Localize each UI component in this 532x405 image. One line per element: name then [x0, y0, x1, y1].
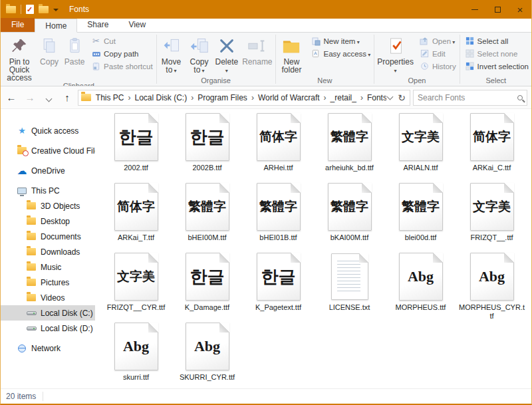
sidebar-item-local-disk-d[interactable]: Local Disk (D:): [1, 321, 95, 336]
file-item[interactable]: 简体字ARKai_C.ttf: [456, 113, 527, 175]
new-folder-qat-icon[interactable]: [39, 6, 49, 13]
move-to-button[interactable]: Move to: [158, 34, 186, 75]
file-name: bHEI01B.ttf: [259, 233, 297, 242]
tab-share[interactable]: Share: [77, 18, 118, 32]
properties-button[interactable]: Properties: [375, 34, 416, 75]
back-button[interactable]: ←: [3, 90, 19, 106]
copy-button[interactable]: Copy: [37, 34, 62, 66]
breadcrumb-item[interactable]: Local Disk (C:): [132, 92, 191, 104]
invert-selection-button[interactable]: Invert selection: [464, 61, 530, 71]
font-file-icon: 한글: [186, 253, 229, 301]
sidebar-item-onedrive[interactable]: ☁OneDrive: [1, 163, 95, 178]
sidebar-item-pictures[interactable]: Pictures: [1, 275, 95, 290]
file-item[interactable]: AbgSKURRI_CYR.ttf: [172, 323, 243, 384]
sidebar-item-videos[interactable]: Videos: [1, 290, 95, 305]
rename-button[interactable]: Rename: [240, 34, 274, 66]
paste-button[interactable]: Paste: [62, 34, 87, 66]
close-button[interactable]: ×: [509, 0, 531, 19]
new-item-button[interactable]: New item: [309, 36, 372, 46]
divider: [156, 35, 157, 84]
folder-icon: [27, 217, 36, 225]
explorer-app-icon[interactable]: [6, 6, 16, 13]
search-icon[interactable]: [517, 95, 523, 100]
pin-to-quick-access-button[interactable]: Pin to Quick access: [2, 34, 37, 82]
font-preview-glyphs: 简体字: [473, 128, 511, 146]
properties-qat-icon[interactable]: [26, 5, 34, 14]
file-item[interactable]: 繁體字bHEI00M.ttf: [172, 183, 243, 245]
breadcrumb-item[interactable]: Program Files: [194, 92, 251, 104]
sidebar-item-desktop[interactable]: Desktop: [1, 213, 95, 229]
font-file-icon: 繁體字: [328, 183, 372, 231]
font-file-icon: 繁體字: [399, 183, 443, 231]
sidebar-item-quick-access[interactable]: ★Quick access: [1, 123, 95, 138]
sidebar-item-this-pc[interactable]: This PC: [1, 183, 95, 198]
file-item[interactable]: Abgskurri.ttf: [100, 323, 172, 384]
address-bar[interactable]: This PC›Local Disk (C:)›Program Files›Wo…: [78, 90, 410, 106]
file-item[interactable]: 文字美ARIALN.ttf: [385, 113, 456, 175]
copy-path-button[interactable]: Copy path: [90, 49, 154, 59]
sidebar-item-local-disk-c[interactable]: Local Disk (C:): [1, 305, 95, 321]
breadcrumb-item[interactable]: World of Warcraft: [255, 92, 323, 104]
file-name: blei00d.ttf: [405, 233, 437, 242]
file-item[interactable]: 한글K_Damage.ttf: [172, 253, 243, 315]
file-item[interactable]: 한글2002.ttf: [100, 113, 172, 175]
sidebar-item-network[interactable]: Network: [1, 340, 95, 356]
navigation-bar: ← → ↑ This PC›Local Disk (C:)›Program Fi…: [1, 86, 531, 109]
up-button[interactable]: ↑: [59, 90, 75, 106]
paste-shortcut-button[interactable]: Paste shortcut: [90, 61, 154, 71]
select-all-button[interactable]: Select all: [464, 36, 530, 46]
new-folder-button[interactable]: New folder: [276, 34, 307, 74]
refresh-icon[interactable]: ↻: [398, 92, 406, 103]
edit-button[interactable]: Edit: [418, 49, 458, 59]
file-item[interactable]: 简体字ARHei.ttf: [243, 113, 314, 175]
sidebar-item-creative-cloud-files[interactable]: Creative Cloud Files: [1, 143, 95, 158]
sidebar-item-label: Local Disk (C:): [41, 309, 93, 318]
file-item[interactable]: 文字美FRIZQT__CYR.ttf: [100, 253, 172, 315]
easy-access-button[interactable]: Easy access: [309, 49, 372, 59]
forward-button[interactable]: →: [22, 90, 38, 106]
breadcrumb: This PC›Local Disk (C:)›Program Files›Wo…: [92, 92, 386, 104]
file-item[interactable]: 繁體字blei00d.ttf: [385, 183, 456, 245]
recent-locations-chevron[interactable]: [41, 90, 57, 106]
divider: [21, 5, 21, 14]
file-item[interactable]: 文字美FRIZQT__.ttf: [456, 183, 527, 245]
file-item[interactable]: AbgMORPHEUS_CYR.ttf: [456, 253, 527, 315]
cut-icon: ✂: [91, 36, 101, 46]
address-dropdown-chevron-icon[interactable]: [387, 93, 394, 100]
breadcrumb-item[interactable]: This PC: [92, 92, 128, 104]
sidebar-item-documents[interactable]: Documents: [1, 229, 95, 244]
breadcrumb-item[interactable]: _retail_: [327, 92, 360, 104]
divider: [460, 35, 460, 84]
breadcrumb-item[interactable]: Fonts: [364, 92, 386, 104]
file-item[interactable]: 繁體字bHEI01B.ttf: [243, 183, 314, 245]
select-none-button[interactable]: Select none: [464, 49, 530, 59]
tab-file[interactable]: File: [1, 18, 35, 32]
file-item[interactable]: 한글2002B.ttf: [172, 113, 243, 175]
copy-path-icon: [91, 49, 101, 59]
font-preview-glyphs: 文字美: [402, 128, 440, 146]
maximize-button[interactable]: [486, 0, 509, 19]
sidebar-item-downloads[interactable]: Downloads: [1, 244, 95, 259]
minimize-button[interactable]: [464, 0, 486, 19]
file-item[interactable]: 繁體字bKAI00M.ttf: [314, 183, 385, 245]
file-item[interactable]: 繁體字arheiuhk_bd.ttf: [314, 113, 385, 175]
sidebar-item-3d-objects[interactable]: 3D Objects: [1, 198, 95, 213]
history-button[interactable]: History: [418, 61, 458, 71]
font-preview-glyphs: 한글: [190, 126, 225, 149]
file-item[interactable]: 한글K_Pagetext.ttf: [243, 253, 314, 315]
tab-view[interactable]: View: [118, 18, 156, 32]
location-folder-icon: [81, 94, 91, 101]
sidebar-item-music[interactable]: Music: [1, 259, 95, 275]
delete-button[interactable]: Delete: [213, 34, 241, 75]
search-input[interactable]: [418, 93, 517, 102]
tab-home[interactable]: Home: [35, 19, 77, 33]
folder-icon: [27, 279, 36, 286]
copy-to-button[interactable]: Copy to: [186, 34, 213, 75]
folder-icon: [27, 294, 36, 301]
cut-button[interactable]: ✂ Cut: [90, 36, 154, 46]
file-item[interactable]: AbgMORPHEUS.ttf: [385, 253, 456, 315]
file-item[interactable]: LICENSE.txt: [314, 253, 385, 315]
open-button[interactable]: Open: [418, 36, 458, 46]
file-item[interactable]: 简体字ARKai_T.ttf: [100, 183, 172, 245]
customize-qat-chevron-icon[interactable]: [53, 9, 59, 11]
